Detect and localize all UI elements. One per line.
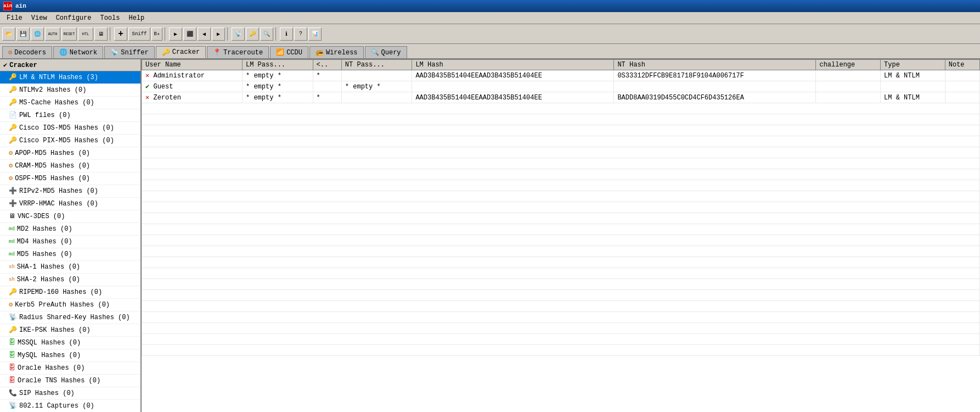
- col-header-challenge[interactable]: challenge: [816, 60, 881, 70]
- table-row[interactable]: ✔ Guest * empty * * empty *: [142, 81, 980, 92]
- toolbar-help[interactable]: ?: [294, 27, 307, 41]
- col-header-nt-hash[interactable]: NT Hash: [614, 60, 816, 70]
- tab-wireless-icon: 📻: [316, 48, 324, 57]
- toolbar-prev[interactable]: ◀: [198, 27, 211, 41]
- menu-help[interactable]: Help: [124, 13, 149, 23]
- toolbar-b4[interactable]: B₄: [151, 27, 162, 41]
- col-header-nt-pass[interactable]: NT Pass...: [341, 60, 412, 70]
- tab-query[interactable]: 🔍 Query: [365, 46, 407, 58]
- menu-tools[interactable]: Tools: [95, 13, 124, 23]
- toolbar-reset[interactable]: RESET: [61, 27, 77, 41]
- tab-decoders[interactable]: ⚙ Decoders: [2, 46, 52, 58]
- tree-item-vnc[interactable]: 🖥 VNC-3DES (0): [0, 210, 140, 223]
- tab-wireless[interactable]: 📻 Wireless: [309, 46, 364, 58]
- tab-cracker[interactable]: 🔑 Cracker: [156, 46, 206, 58]
- tree-item-apop[interactable]: ⚙ APOP-MD5 Hashes (0): [0, 147, 140, 160]
- table-row-empty: [142, 235, 980, 246]
- toolbar-monitor[interactable]: 🖥: [94, 27, 108, 41]
- toolbar-play[interactable]: ▶: [169, 27, 182, 41]
- tab-decoders-icon: ⚙: [8, 48, 12, 57]
- menu-view[interactable]: View: [27, 13, 52, 23]
- tree-item-cram-label: CRAM-MD5 Hashes (0): [15, 161, 90, 171]
- tree-item-ripv2[interactable]: ➕ RIPv2-MD5 Hashes (0): [0, 185, 140, 198]
- tree-item-mysql-label: MySQL Hashes (0): [18, 350, 81, 360]
- tree-item-mssql-icon: 🗄: [9, 338, 15, 348]
- toolbar-network[interactable]: 🌐: [31, 27, 44, 41]
- tree-item-cram[interactable]: ⚙ CRAM-MD5 Hashes (0): [0, 160, 140, 172]
- table-row-empty: [142, 345, 980, 356]
- tree-item-ike[interactable]: 🔑 IKE-PSK Hashes (0): [0, 324, 140, 337]
- toolbar-htl[interactable]: HTL: [78, 27, 93, 41]
- tree-item-ms-cache[interactable]: 🔑 MS-Cache Hashes (0): [0, 97, 140, 109]
- tree-item-ntlmv2-label: NTLMv2 Hashes (0): [19, 85, 86, 95]
- tree-item-oracle-tns[interactable]: 🗄 Oracle TNS Hashes (0): [0, 375, 140, 387]
- tab-sniffer[interactable]: 📡 Sniffer: [104, 46, 154, 58]
- table-row-empty: [142, 103, 980, 114]
- toolbar-add[interactable]: +: [114, 27, 127, 41]
- tree-item-cisco-pix[interactable]: 🔑 Cisco PIX-MD5 Hashes (0): [0, 135, 140, 147]
- row1-lm-hash: AAD3B435B51404EEAAD3B435B51404EE: [412, 70, 614, 81]
- tree-item-pwl[interactable]: 📄 PWL files (0): [0, 109, 140, 122]
- tab-cracker-label: Cracker: [172, 48, 200, 56]
- col-header-lm-pass[interactable]: LM Pass...: [243, 60, 313, 70]
- tab-traceroute-label: Traceroute: [223, 49, 263, 57]
- toolbar-info[interactable]: ℹ: [280, 27, 293, 41]
- tab-ccdu[interactable]: 📶 CCDU: [270, 46, 308, 58]
- toolbar-stats[interactable]: 📊: [308, 27, 322, 41]
- tree-item-cisco-ios-label: Cisco IOS-MD5 Hashes (0): [19, 123, 114, 133]
- row3-status-icon: ✕: [145, 94, 149, 102]
- menu-file[interactable]: File: [2, 13, 27, 23]
- row1-lm-pass: * empty *: [243, 70, 313, 81]
- tree-item-sip[interactable]: 📞 SIP Hashes (0): [0, 387, 140, 400]
- tree-item-oracle[interactable]: 🗄 Oracle Hashes (0): [0, 362, 140, 375]
- tab-ccdu-icon: 📶: [276, 48, 284, 57]
- toolbar-stop[interactable]: ⬛: [183, 27, 196, 41]
- tree-item-cisco-ios[interactable]: 🔑 Cisco IOS-MD5 Hashes (0): [0, 122, 140, 135]
- tree-item-mysql[interactable]: 🗄 MySQL Hashes (0): [0, 349, 140, 362]
- tree-item-mssql-label: MSSQL Hashes (0): [18, 338, 81, 348]
- tree-item-cisco-ios-icon: 🔑: [9, 123, 17, 133]
- tree-item-ntlmv2[interactable]: 🔑 NTLMv2 Hashes (0): [0, 84, 140, 97]
- tab-network[interactable]: 🌐 Network: [53, 46, 103, 58]
- tree-item-ripemd-icon: 🔑: [9, 287, 17, 297]
- tree-item-802[interactable]: 📡 802.11 Captures (0): [0, 400, 140, 412]
- tree-item-ospf[interactable]: ⚙ OSPF-MD5 Hashes (0): [0, 172, 140, 185]
- toolbar-wireless[interactable]: 📡: [232, 27, 245, 41]
- tree-item-vrrp[interactable]: ➕ VRRP-HMAC Hashes (0): [0, 198, 140, 210]
- tree-item-mssql[interactable]: 🗄 MSSQL Hashes (0): [0, 337, 140, 349]
- menu-configure[interactable]: Configure: [52, 13, 96, 23]
- tree-item-md2[interactable]: md MD2 Hashes (0): [0, 223, 140, 236]
- toolbar-next[interactable]: ▶: [212, 27, 225, 41]
- tree-item-radius[interactable]: 📡 Radius Shared-Key Hashes (0): [0, 311, 140, 324]
- tree-item-ike-icon: 🔑: [9, 325, 17, 335]
- toolbar-search[interactable]: 🔍: [260, 27, 273, 41]
- separator-1: [110, 27, 112, 41]
- tree-item-lm-ntlm[interactable]: 🔑 LM & NTLM Hashes (3): [0, 71, 140, 84]
- toolbar-save[interactable]: 💾: [16, 27, 30, 41]
- col-header-username[interactable]: User Name: [142, 60, 243, 70]
- tab-query-icon: 🔍: [371, 48, 379, 57]
- tab-traceroute[interactable]: 📍 Traceroute: [207, 46, 269, 58]
- row1-username: ✕ Administrator: [142, 70, 243, 81]
- table-row[interactable]: ✕ Zeroten * empty * * AAD3B435B51404EEAA…: [142, 92, 980, 103]
- tab-network-icon: 🌐: [59, 48, 67, 57]
- col-header-arrow[interactable]: <..: [313, 60, 341, 70]
- col-header-type[interactable]: Type: [881, 60, 945, 70]
- tree-item-md4[interactable]: md MD4 Hashes (0): [0, 236, 140, 248]
- table-row[interactable]: ✕ Administrator * empty * * AAD3B435B514…: [142, 70, 980, 81]
- toolbar-open[interactable]: 📂: [2, 27, 15, 41]
- row1-nt-hash: 0S33312DFFCB9E81718F9104A006717F: [614, 70, 816, 81]
- tree-item-kerb5[interactable]: ⚙ Kerb5 PreAuth Hashes (0): [0, 299, 140, 311]
- table-scroll-area[interactable]: User Name LM Pass... <.. NT Pass... LM H…: [142, 59, 980, 412]
- toolbar-key[interactable]: 🔑: [246, 27, 259, 41]
- col-header-note[interactable]: Note: [945, 60, 979, 70]
- toolbar-auth[interactable]: AUTH: [45, 27, 60, 41]
- col-header-lm-hash[interactable]: LM Hash: [412, 60, 614, 70]
- tree-item-sha1[interactable]: sh SHA-1 Hashes (0): [0, 261, 140, 274]
- tree-item-md5[interactable]: md MD5 Hashes (0): [0, 248, 140, 261]
- table-row-empty: [142, 114, 980, 125]
- tree-item-ripemd[interactable]: 🔑 RIPEMD-160 Hashes (0): [0, 286, 140, 299]
- table-row-empty: [142, 257, 980, 268]
- toolbar-sniffer[interactable]: Sniff: [128, 27, 150, 41]
- tree-item-sha2[interactable]: sh SHA-2 Hashes (0): [0, 274, 140, 286]
